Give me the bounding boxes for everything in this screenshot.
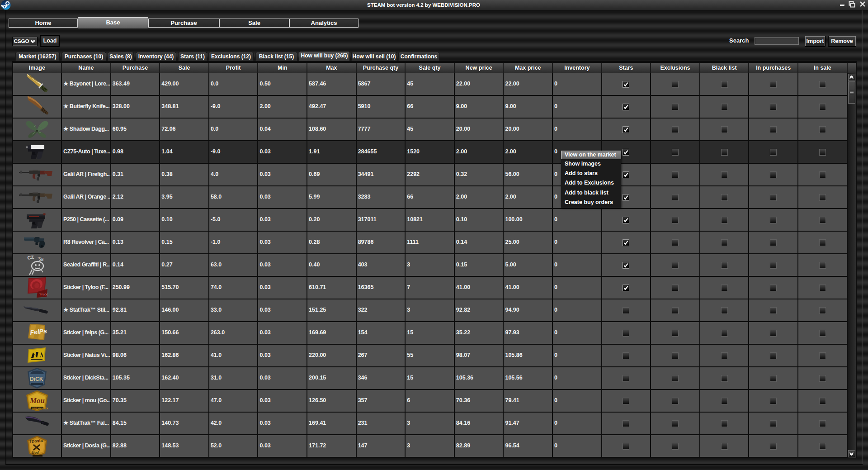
- svg-text:TYLOO: TYLOO: [39, 293, 48, 296]
- svg-text:†Dosia: †Dosia: [29, 438, 43, 444]
- svg-text:DiCK: DiCK: [30, 376, 43, 382]
- svg-text:Mou: Mou: [29, 396, 45, 405]
- svg-text:DREAMHACK: DREAMHACK: [32, 407, 48, 410]
- svg-text:CZ: CZ: [27, 254, 34, 261]
- svg-text:God: God: [32, 450, 39, 455]
